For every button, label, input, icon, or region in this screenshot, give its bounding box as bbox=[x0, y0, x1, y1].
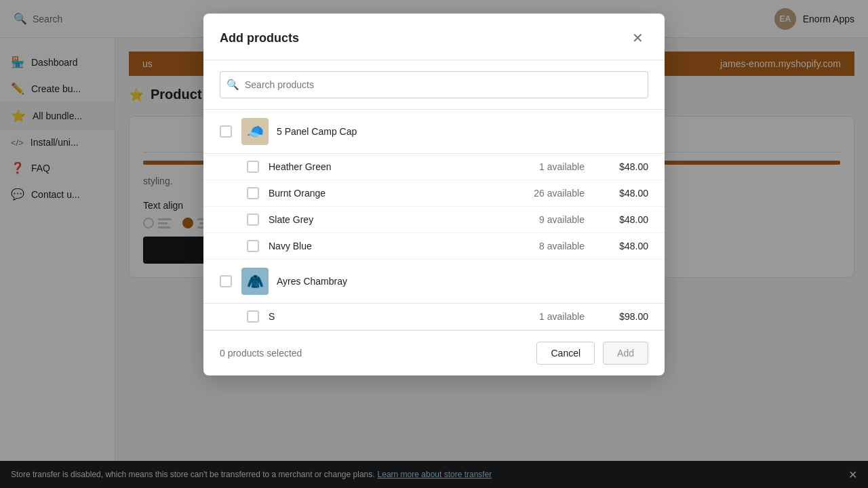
variant-availability-heather-green: 1 available bbox=[517, 161, 585, 172]
variant-checkbox-navy-blue[interactable] bbox=[247, 240, 259, 252]
variant-availability-burnt-orange: 26 available bbox=[517, 188, 585, 199]
add-products-modal: Add products ✕ 🔍 🧢 5 Panel Camp Cap Heat… bbox=[203, 14, 665, 375]
variant-availability-slate-grey: 9 available bbox=[517, 214, 585, 225]
modal-close-button[interactable]: ✕ bbox=[627, 27, 648, 49]
product-checkbox-ayres[interactable] bbox=[220, 275, 232, 287]
variant-row-heather-green[interactable]: Heather Green 1 available $48.00 bbox=[203, 154, 665, 180]
variant-checkbox-heather-green[interactable] bbox=[247, 161, 259, 173]
selected-count: 0 products selected bbox=[220, 348, 302, 359]
variant-price-burnt-orange: $48.00 bbox=[601, 188, 648, 199]
cancel-button[interactable]: Cancel bbox=[536, 342, 595, 365]
variant-row-s[interactable]: S 1 available $98.00 bbox=[203, 304, 665, 330]
variant-price-navy-blue: $48.00 bbox=[601, 241, 648, 251]
variant-row-navy-blue[interactable]: Navy Blue 8 available $48.00 bbox=[203, 233, 665, 260]
add-button[interactable]: Add bbox=[603, 342, 648, 365]
search-input[interactable] bbox=[220, 71, 648, 98]
modal-search-wrap: 🔍 bbox=[203, 60, 665, 110]
variant-name-burnt-orange: Burnt Orange bbox=[269, 188, 517, 199]
modal-footer: 0 products selected Cancel Add bbox=[203, 330, 665, 375]
variant-name-navy-blue: Navy Blue bbox=[269, 241, 517, 251]
variant-checkbox-burnt-orange[interactable] bbox=[247, 187, 259, 199]
product-thumbnail-ayres: 🧥 bbox=[241, 268, 269, 295]
variant-name-s: S bbox=[269, 311, 517, 322]
product-checkbox-camp-cap[interactable] bbox=[220, 125, 232, 138]
variant-name-slate-grey: Slate Grey bbox=[269, 214, 517, 225]
product-group-row[interactable]: 🧢 5 Panel Camp Cap bbox=[203, 110, 665, 154]
variant-row-burnt-orange[interactable]: Burnt Orange 26 available $48.00 bbox=[203, 180, 665, 207]
modal-header: Add products ✕ bbox=[203, 14, 665, 60]
variant-price-heather-green: $48.00 bbox=[601, 161, 648, 172]
variant-checkbox-s[interactable] bbox=[247, 310, 259, 323]
product-thumbnail-camp-cap: 🧢 bbox=[241, 118, 269, 145]
variant-price-slate-grey: $48.00 bbox=[601, 214, 648, 225]
variant-availability-navy-blue: 8 available bbox=[517, 241, 585, 251]
modal-title: Add products bbox=[220, 31, 299, 45]
variant-price-s: $98.00 bbox=[601, 311, 648, 322]
variant-row-slate-grey[interactable]: Slate Grey 9 available $48.00 bbox=[203, 207, 665, 233]
variant-name-heather-green: Heather Green bbox=[269, 161, 517, 172]
product-name-ayres: Ayres Chambray bbox=[277, 276, 347, 287]
product-list[interactable]: 🧢 5 Panel Camp Cap Heather Green 1 avail… bbox=[203, 110, 665, 330]
variant-availability-s: 1 available bbox=[517, 311, 585, 322]
variant-checkbox-slate-grey[interactable] bbox=[247, 214, 259, 226]
footer-buttons: Cancel Add bbox=[536, 342, 648, 365]
product-name-camp-cap: 5 Panel Camp Cap bbox=[277, 126, 357, 137]
product-group-row-ayres[interactable]: 🧥 Ayres Chambray bbox=[203, 260, 665, 304]
search-wrap-inner: 🔍 bbox=[220, 71, 648, 98]
